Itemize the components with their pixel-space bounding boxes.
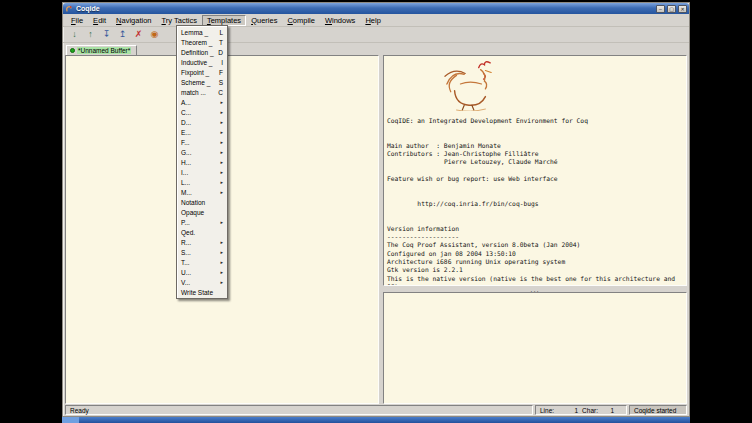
go-backward-button[interactable]: ↑: [84, 28, 97, 41]
message-pane[interactable]: [383, 292, 687, 404]
maximize-icon: ▢: [669, 6, 674, 12]
templates-menu-item-e[interactable]: E...▸: [178, 127, 226, 137]
close-icon: ✕: [680, 6, 684, 12]
window-controls: –▢✕: [656, 5, 687, 13]
submenu-arrow-icon: ▸: [220, 139, 223, 145]
templates-menu-item-f[interactable]: F...▸: [178, 137, 226, 147]
submenu-arrow-icon: ▸: [220, 269, 223, 275]
tab-unnamed-buffer[interactable]: *Unnamed Buffer*: [66, 45, 137, 55]
templates-menu-item-theorem[interactable]: Theorem _T: [178, 37, 226, 47]
menu-item-label: Fixpoint _: [181, 69, 209, 76]
menubar: FileEditNavigationTry TacticsTemplatesQu…: [63, 14, 689, 27]
go-to-cursor-icon: ↧: [103, 28, 111, 41]
menu-item-label: A...: [181, 99, 191, 106]
interrupt-button[interactable]: ✗: [132, 28, 145, 41]
menu-shortcut: I: [221, 59, 223, 66]
toolbar: ↓↑↧↥✗◉: [63, 27, 689, 43]
interrupt-icon: ✗: [135, 28, 143, 41]
menu-compile[interactable]: Compile: [282, 15, 320, 26]
main-content: CoqIDE: an Integrated Development Enviro…: [63, 55, 689, 404]
titlebar[interactable]: Coqide –▢✕: [63, 3, 689, 14]
menu-shortcut: T: [219, 39, 223, 46]
templates-menu-item-fixpoint[interactable]: Fixpoint _F: [178, 67, 226, 77]
menu-item-label: Notation: [181, 199, 205, 206]
submenu-arrow-icon: ▸: [220, 99, 223, 105]
templates-menu-item-s[interactable]: S...▸: [178, 247, 226, 257]
templates-menu-item-a[interactable]: A...▸: [178, 97, 226, 107]
templates-menu-item-inductive[interactable]: Inductive _I: [178, 57, 226, 67]
menu-item-label: Lemma _: [181, 29, 208, 36]
menu-shortcut: F: [219, 69, 223, 76]
templates-menu-item-m[interactable]: M...▸: [178, 187, 226, 197]
go-to-start-icon: ↥: [119, 28, 127, 41]
templates-menu-item-v[interactable]: V...▸: [178, 277, 226, 287]
about-button[interactable]: ◉: [148, 28, 161, 41]
templates-menu-item-p[interactable]: P...▸: [178, 217, 226, 227]
templates-menu-item-d[interactable]: D...▸: [178, 117, 226, 127]
close-button[interactable]: ✕: [678, 5, 687, 13]
menu-shortcut: C: [218, 89, 223, 96]
templates-menu-item-write-state[interactable]: Write State: [178, 287, 226, 297]
templates-menu-item-opaque[interactable]: Opaque: [178, 207, 226, 217]
templates-menu-item-match[interactable]: match ...C: [178, 87, 226, 97]
submenu-arrow-icon: ▸: [220, 119, 223, 125]
statusbar-message: Coqide started: [629, 405, 687, 415]
menu-windows[interactable]: Windows: [320, 15, 360, 26]
menu-edit[interactable]: Edit: [88, 15, 111, 26]
templates-menu-item-t[interactable]: T...▸: [178, 257, 226, 267]
line-label: Line:: [540, 407, 554, 414]
window-title: Coqide: [76, 4, 100, 13]
menu-item-label: E...: [181, 129, 191, 136]
submenu-arrow-icon: ▸: [220, 159, 223, 165]
templates-menu-item-qed[interactable]: Qed.: [178, 227, 226, 237]
templates-menu-item-notation[interactable]: Notation: [178, 197, 226, 207]
menu-shortcut: S: [219, 79, 223, 86]
menu-item-label: I...: [181, 169, 188, 176]
menu-item-label: Write State: [181, 289, 213, 296]
menu-help[interactable]: Help: [360, 15, 385, 26]
submenu-arrow-icon: ▸: [220, 169, 223, 175]
menu-item-label: L...: [181, 179, 190, 186]
char-value: 1: [598, 407, 614, 414]
coq-rooster-logo-icon: [441, 59, 683, 115]
buffer-status-led-icon: [70, 48, 75, 53]
templates-menu-item-scheme[interactable]: Scheme _S: [178, 77, 226, 87]
minimize-button[interactable]: –: [656, 5, 665, 13]
templates-menu-item-u[interactable]: U...▸: [178, 267, 226, 277]
menu-item-label: H...: [181, 159, 191, 166]
go-forward-button[interactable]: ↓: [68, 28, 81, 41]
templates-menu-item-definition[interactable]: Definition _D: [178, 47, 226, 57]
go-to-cursor-button[interactable]: ↧: [100, 28, 113, 41]
menu-item-label: Qed.: [181, 229, 195, 236]
coqide-banner-text: CoqIDE: an Integrated Development Enviro…: [387, 117, 683, 286]
menu-file[interactable]: File: [66, 15, 88, 26]
templates-menu-item-h[interactable]: H...▸: [178, 157, 226, 167]
taskbar[interactable]: [62, 417, 690, 423]
statusbar: Ready Line: 1 Char: 1 Coqide started: [63, 404, 689, 416]
templates-menu-item-l[interactable]: L...▸: [178, 177, 226, 187]
splitter-grip-icon: ...: [530, 288, 540, 291]
menu-queries[interactable]: Queries: [246, 15, 282, 26]
goal-pane[interactable]: CoqIDE: an Integrated Development Enviro…: [383, 55, 687, 286]
submenu-arrow-icon: ▸: [220, 279, 223, 285]
menu-item-label: U...: [181, 269, 191, 276]
menu-templates[interactable]: Templates: [202, 15, 246, 26]
menu-item-label: P...: [181, 219, 190, 226]
maximize-button[interactable]: ▢: [667, 5, 676, 13]
templates-menu-item-c[interactable]: C...▸: [178, 107, 226, 117]
menu-navigation[interactable]: Navigation: [111, 15, 156, 26]
menu-shortcut: L: [219, 29, 223, 36]
menu-item-label: Scheme _: [181, 79, 210, 86]
menu-try-tactics[interactable]: Try Tactics: [157, 15, 202, 26]
templates-menu-item-r[interactable]: R...▸: [178, 237, 226, 247]
go-to-start-button[interactable]: ↥: [116, 28, 129, 41]
templates-menu-item-i[interactable]: I...▸: [178, 167, 226, 177]
templates-menu-item-g[interactable]: G...▸: [178, 147, 226, 157]
menu-item-label: R...: [181, 239, 191, 246]
menu-item-label: V...: [181, 279, 190, 286]
templates-menu-item-lemma[interactable]: Lemma _L: [178, 27, 226, 37]
menu-item-label: M...: [181, 189, 192, 196]
right-column: CoqIDE: an Integrated Development Enviro…: [383, 55, 687, 404]
menu-item-label: match ...: [181, 89, 206, 96]
taskbar-item[interactable]: [62, 417, 79, 423]
